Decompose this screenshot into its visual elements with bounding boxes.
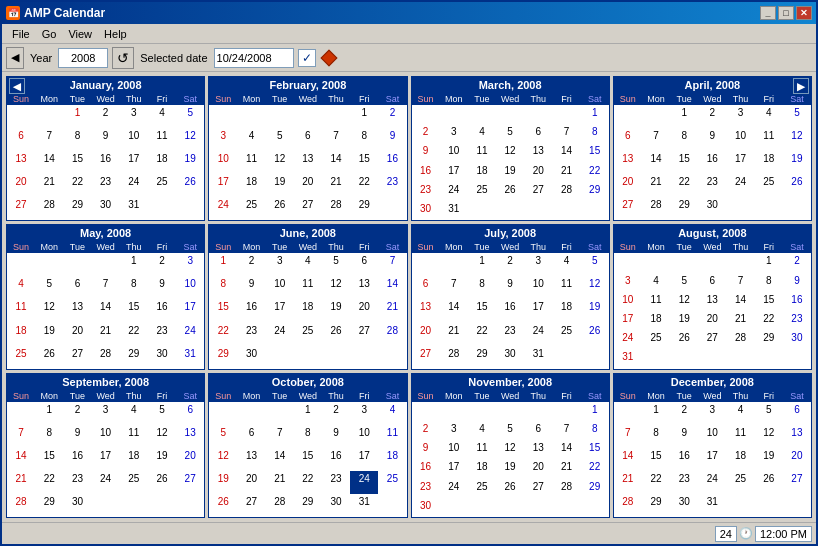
day-cell[interactable]: 14 — [552, 143, 580, 162]
day-cell[interactable]: 31 — [120, 197, 148, 220]
day-cell[interactable]: 17 — [92, 448, 120, 471]
day-cell[interactable]: 22 — [294, 471, 322, 494]
day-cell[interactable]: 2 — [237, 253, 265, 276]
day-cell[interactable]: 30 — [63, 494, 91, 517]
day-cell[interactable]: 3 — [350, 402, 378, 425]
day-cell[interactable]: 24 — [176, 323, 204, 346]
day-cell[interactable]: 11 — [726, 425, 754, 448]
day-cell[interactable]: 10 — [120, 128, 148, 151]
day-cell[interactable]: 28 — [92, 346, 120, 369]
day-cell[interactable]: 16 — [148, 299, 176, 322]
day-cell[interactable]: 4 — [726, 402, 754, 425]
day-cell[interactable]: 8 — [670, 128, 698, 151]
day-cell[interactable]: 27 — [524, 182, 552, 201]
day-cell[interactable]: 25 — [468, 182, 496, 201]
day-cell[interactable]: 25 — [7, 346, 35, 369]
day-cell[interactable]: 20 — [412, 323, 440, 346]
day-cell[interactable]: 21 — [552, 459, 580, 478]
day-cell[interactable]: 27 — [783, 471, 811, 494]
day-cell[interactable]: 14 — [322, 151, 350, 174]
day-cell[interactable]: 24 — [120, 174, 148, 197]
day-cell[interactable]: 18 — [148, 151, 176, 174]
day-cell[interactable]: 19 — [148, 448, 176, 471]
day-cell[interactable]: 10 — [524, 276, 552, 299]
day-cell[interactable]: 29 — [581, 479, 609, 498]
day-cell[interactable]: 5 — [755, 402, 783, 425]
day-cell[interactable]: 9 — [378, 128, 406, 151]
day-cell[interactable]: 12 — [322, 276, 350, 299]
day-cell[interactable]: 1 — [581, 105, 609, 124]
day-cell[interactable]: 22 — [209, 323, 237, 346]
day-cell[interactable]: 23 — [670, 471, 698, 494]
day-cell[interactable]: 7 — [726, 273, 754, 292]
day-cell[interactable]: 5 — [496, 421, 524, 440]
day-cell[interactable]: 22 — [120, 323, 148, 346]
day-cell[interactable]: 13 — [350, 276, 378, 299]
day-cell[interactable]: 4 — [148, 105, 176, 128]
day-cell[interactable]: 5 — [176, 105, 204, 128]
diamond-button[interactable] — [320, 49, 338, 67]
day-cell[interactable]: 29 — [63, 197, 91, 220]
day-cell[interactable]: 13 — [7, 151, 35, 174]
minimize-button[interactable]: _ — [760, 6, 776, 20]
day-cell[interactable]: 8 — [294, 425, 322, 448]
day-cell[interactable]: 17 — [726, 151, 754, 174]
day-cell[interactable]: 29 — [581, 182, 609, 201]
day-cell[interactable]: 28 — [642, 197, 670, 220]
day-cell[interactable]: 27 — [237, 494, 265, 517]
day-cell[interactable]: 7 — [92, 276, 120, 299]
day-cell[interactable]: 23 — [148, 323, 176, 346]
day-cell[interactable]: 6 — [524, 124, 552, 143]
day-cell[interactable]: 8 — [755, 273, 783, 292]
next-year-button[interactable]: ↺ — [112, 47, 134, 69]
day-cell[interactable]: 9 — [783, 273, 811, 292]
day-cell[interactable]: 19 — [209, 471, 237, 494]
day-cell[interactable]: 26 — [496, 182, 524, 201]
day-cell[interactable]: 18 — [7, 323, 35, 346]
day-cell[interactable]: 10 — [266, 276, 294, 299]
day-cell[interactable]: 25 — [642, 330, 670, 349]
day-cell[interactable]: 23 — [412, 479, 440, 498]
day-cell[interactable]: 24 — [350, 471, 378, 494]
day-cell[interactable]: 10 — [350, 425, 378, 448]
day-cell[interactable]: 26 — [670, 330, 698, 349]
day-cell[interactable]: 26 — [322, 323, 350, 346]
day-cell[interactable]: 14 — [35, 151, 63, 174]
day-cell[interactable]: 21 — [726, 311, 754, 330]
day-cell[interactable]: 14 — [642, 151, 670, 174]
day-cell[interactable]: 13 — [412, 299, 440, 322]
day-cell[interactable]: 20 — [350, 299, 378, 322]
day-cell[interactable]: 29 — [294, 494, 322, 517]
day-cell[interactable]: 21 — [642, 174, 670, 197]
day-cell[interactable]: 5 — [209, 425, 237, 448]
day-cell[interactable]: 21 — [614, 471, 642, 494]
day-cell[interactable]: 24 — [524, 323, 552, 346]
day-cell[interactable]: 12 — [783, 128, 811, 151]
day-cell[interactable]: 6 — [783, 402, 811, 425]
day-cell[interactable]: 26 — [148, 471, 176, 494]
day-cell[interactable]: 5 — [35, 276, 63, 299]
day-cell[interactable]: 19 — [783, 151, 811, 174]
day-cell[interactable]: 7 — [552, 124, 580, 143]
day-cell[interactable]: 17 — [614, 311, 642, 330]
day-cell[interactable]: 22 — [350, 174, 378, 197]
day-cell[interactable]: 2 — [148, 253, 176, 276]
day-cell[interactable]: 9 — [412, 440, 440, 459]
day-cell[interactable]: 16 — [237, 299, 265, 322]
day-cell[interactable]: 13 — [698, 292, 726, 311]
day-cell[interactable]: 2 — [698, 105, 726, 128]
prev-month-button[interactable]: ◀ — [9, 78, 25, 94]
day-cell[interactable]: 4 — [120, 402, 148, 425]
day-cell[interactable]: 22 — [755, 311, 783, 330]
day-cell[interactable]: 3 — [698, 402, 726, 425]
day-cell[interactable]: 21 — [552, 163, 580, 182]
day-cell[interactable]: 6 — [412, 276, 440, 299]
day-cell[interactable]: 7 — [266, 425, 294, 448]
day-cell[interactable]: 21 — [322, 174, 350, 197]
day-cell[interactable]: 23 — [783, 311, 811, 330]
day-cell[interactable]: 15 — [35, 448, 63, 471]
day-cell[interactable]: 16 — [412, 163, 440, 182]
day-cell[interactable]: 22 — [581, 163, 609, 182]
day-cell[interactable]: 21 — [7, 471, 35, 494]
day-cell[interactable]: 28 — [266, 494, 294, 517]
